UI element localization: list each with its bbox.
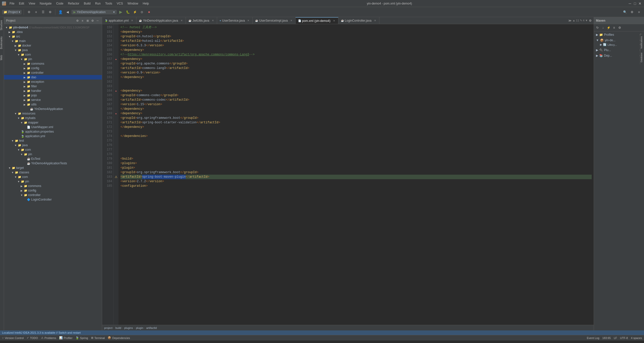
tree-exception[interactable]: ▶ 📁 exception <box>4 80 102 84</box>
tree-mapper[interactable]: ▼ 📁 mapper <box>4 120 102 125</box>
search-everywhere-btn[interactable]: 🔍 <box>622 9 628 15</box>
menu-build[interactable]: Build <box>82 1 93 6</box>
project-sort-btn[interactable]: ≡ <box>80 18 85 23</box>
tab-userserviceimpl[interactable]: ☕ UserServiceImpl.java ✕ <box>253 17 295 24</box>
project-dropdown[interactable]: 📁 Project ▾ <box>2 10 22 14</box>
tree-main[interactable]: ▼ 📁 main <box>4 39 102 43</box>
project-settings-btn[interactable]: ⚙ <box>90 18 95 23</box>
maven-execute-btn[interactable]: ⚡ <box>606 25 611 30</box>
tree-app-yml[interactable]: ▶ 🍃 application.yml <box>4 134 102 138</box>
tree-dao[interactable]: ▶ 📁 dao <box>4 75 102 80</box>
tree-src[interactable]: ▼ 📁 src <box>4 34 102 39</box>
tab-application-yml[interactable]: 🍃 application.yml ✕ <box>102 17 136 24</box>
tab-logincontroller[interactable]: ☕ LoginController.java ✕ <box>338 17 379 24</box>
tree-root[interactable]: ▼ 📁 yin-demo4 D:\softwarecommon\IntelliJ… <box>4 25 102 30</box>
code-editor[interactable]: <!-- hutool 工具类--> <dependency> <groupId… <box>118 24 594 325</box>
tree-docker[interactable]: ▶ 📁 docker <box>4 43 102 48</box>
tree-usermapper[interactable]: ▶ 📄 UserMapper.xml <box>4 125 102 129</box>
tree-app-props[interactable]: ▶ 🍃 application.properties <box>4 129 102 134</box>
bookmarks-tab[interactable]: Bookmarks <box>0 33 4 52</box>
tree-target-commons[interactable]: ▶ 📁 commons <box>4 184 102 188</box>
tree-pojo[interactable]: ▶ 📁 pojo <box>4 93 102 98</box>
indent-btn[interactable]: 4 spaces <box>631 336 642 339</box>
maven-plugins-header[interactable]: ▶ 🔌 Plu... ⚙ <box>595 48 643 52</box>
tree-idea[interactable]: ▶ 📁 .idea <box>4 30 102 34</box>
menu-edit[interactable]: Edit <box>17 1 26 6</box>
tree-yin[interactable]: ▼ 📁 yin <box>4 57 102 61</box>
web-tab[interactable]: Web <box>0 52 4 63</box>
tree-logincontroller[interactable]: ▶ 🔷 LoginController <box>4 197 102 202</box>
toolbar-list-btn[interactable]: ≡ <box>33 9 39 15</box>
menu-tools[interactable]: Tools <box>103 1 114 6</box>
tree-target-yin[interactable]: ▼ 📁 yin <box>4 179 102 184</box>
tree-com[interactable]: ▼ 📁 com <box>4 52 102 57</box>
tree-ydat[interactable]: ▶ ☕ YinDemo4ApplicationTests <box>4 161 102 166</box>
database-tab[interactable]: Database <box>640 51 644 64</box>
tree-resources[interactable]: ▼ 📁 resources <box>4 111 102 116</box>
bc-plugin[interactable]: plugin <box>136 326 143 329</box>
tree-test-com[interactable]: ▼ 📁 com <box>4 147 102 152</box>
profiler-btn[interactable]: 📊 Profiler <box>59 336 72 339</box>
tab-yaml-close[interactable]: ✕ <box>131 19 134 22</box>
tab-lc-close[interactable]: ✕ <box>374 19 377 22</box>
tree-config[interactable]: ▶ 📁 config <box>4 66 102 70</box>
menu-refactor[interactable]: Refactor <box>66 1 81 6</box>
tree-handler[interactable]: ▶ 📁 handler <box>4 89 102 93</box>
menu-vcs[interactable]: VCS <box>115 1 125 6</box>
tree-utils[interactable]: ▶ 📁 utils <box>4 102 102 107</box>
bc-project[interactable]: project <box>104 326 112 329</box>
tree-java[interactable]: ▼ 📁 java <box>4 48 102 52</box>
toolbar-layout-btn[interactable]: ☰ <box>40 9 46 15</box>
line-col-status[interactable]: 183:65 <box>602 336 611 339</box>
tree-target-config[interactable]: ▶ 📁 config <box>4 188 102 193</box>
profile-btn[interactable]: ⊙ <box>139 9 145 15</box>
tree-test-yin[interactable]: ▼ 📁 yin <box>4 152 102 157</box>
event-log-btn[interactable]: Event Log <box>587 336 599 339</box>
version-control-btn[interactable]: ⑂ Version Control <box>2 336 24 339</box>
tree-estest[interactable]: ▶ ☕ EsTest <box>4 157 102 161</box>
tab-yindemo4app[interactable]: ☕ YinDemo4Application.java ✕ <box>136 17 186 24</box>
project-close-btn[interactable]: ─ <box>95 18 100 23</box>
tabs-overflow-btn[interactable]: ≫ <box>568 19 572 22</box>
structure-tab[interactable]: Structure <box>0 17 4 33</box>
project-expand-btn[interactable]: ⊞ <box>85 18 90 23</box>
settings-btn[interactable]: ⚙ <box>629 9 635 15</box>
back-btn[interactable]: ◀ <box>64 9 70 15</box>
tree-target[interactable]: ▼ 📁 target <box>4 166 102 170</box>
tree-commons[interactable]: ▶ 📁 commons <box>4 61 102 66</box>
tab-pom-close[interactable]: ✕ <box>333 19 336 22</box>
maven-profiles-header[interactable]: ▶ 📁 Profiles ⚙ <box>595 32 643 37</box>
bc-plugins[interactable]: plugins <box>124 326 133 329</box>
tab-userservice[interactable]: ● UserService.java ✕ <box>217 17 253 24</box>
menu-view[interactable]: View <box>27 1 37 6</box>
tree-service[interactable]: ▶ 📁 service <box>4 98 102 102</box>
tree-mybatis[interactable]: ▼ 📁 mybatis <box>4 116 102 120</box>
tree-target-com[interactable]: ▼ 📁 com <box>4 175 102 179</box>
tab-jwtutils[interactable]: ☕ JwtUtils.java ✕ <box>186 17 217 24</box>
problems-btn[interactable]: ⚠ Problems <box>41 336 56 339</box>
tree-filter[interactable]: ▶ 📁 filter <box>4 84 102 89</box>
project-gear-btn[interactable]: ⚙ <box>75 18 80 23</box>
bc-artifactid[interactable]: artifactId <box>146 326 157 329</box>
dependencies-btn[interactable]: 📦 Dependencies <box>108 336 130 339</box>
maven-lifecycle-item[interactable]: ▶ 🔄 Lifecy... ⚙ <box>595 43 643 47</box>
menu-help[interactable]: Help <box>141 1 151 6</box>
toolbar-config-btn[interactable]: ⚙ <box>47 9 53 15</box>
tab-yda-close[interactable]: ✕ <box>180 19 183 22</box>
maven-refresh-btn[interactable]: ↻ <box>595 25 600 30</box>
maven-list-btn[interactable]: ≡ <box>612 25 617 30</box>
maven-settings-btn[interactable]: ⚙ <box>617 25 622 30</box>
terminal-btn[interactable]: ⊞ Terminal <box>91 336 105 339</box>
menu-run[interactable]: Run <box>93 1 103 6</box>
maven-download-btn[interactable]: ↓ <box>600 25 606 30</box>
run-btn[interactable]: ▶ <box>118 9 124 15</box>
debug-btn[interactable]: 🐛 <box>125 9 131 15</box>
tree-classes[interactable]: ▼ 📁 classes <box>4 170 102 175</box>
tab-jwt-close[interactable]: ✕ <box>211 19 214 22</box>
menu-window[interactable]: Window <box>126 1 140 6</box>
tree-yindemo4app[interactable]: ▶ ☕ YinDemo4Application <box>4 107 102 111</box>
menu-code[interactable]: Code <box>54 1 65 6</box>
run-config-dropdown[interactable]: ▶ YinDemo4Application ▾ <box>71 10 117 14</box>
tab-us-close[interactable]: ✕ <box>247 19 250 22</box>
minimize-button[interactable]: ─ <box>628 2 632 6</box>
